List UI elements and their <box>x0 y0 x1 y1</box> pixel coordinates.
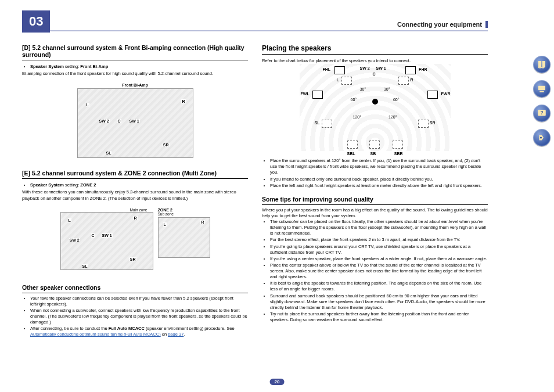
page-number: 20 <box>270 379 285 385</box>
section-d-title: [D] 5.2 channel surround system & Front … <box>22 44 248 60</box>
diagram-d: Front Bi-Amp L R C SW 1 SW 2 SL SR <box>22 77 248 164</box>
placement-diagram: FHL FHR SW 2 SW 1 C L R FWL FWR SL SR SB… <box>300 64 451 151</box>
section-d-setting: Speaker System setting: Front Bi-Amp <box>30 64 248 70</box>
book-icon[interactable] <box>533 56 551 73</box>
speaker-icon[interactable] <box>533 129 551 146</box>
diagram-e: Main zone L R C SW 1 SW 2 SL SR ZONE 2 <box>22 202 248 277</box>
help-icon[interactable]: ? <box>533 105 551 122</box>
right-column: Placing the speakers Refer to the chart … <box>262 38 488 339</box>
other-list: Your favorite speaker connections can be… <box>22 296 248 338</box>
section-header: Connecting your equipment <box>397 21 488 28</box>
tips-title: Some tips for improving sound quality <box>262 196 488 205</box>
svg-rect-1 <box>539 91 544 92</box>
svg-rect-0 <box>538 86 545 91</box>
section-e-setting: Speaker System setting: ZONE 2 <box>30 182 248 188</box>
section-e-desc: With these connections you can simultane… <box>22 189 248 201</box>
other-title: Other speaker connections <box>22 284 248 293</box>
left-column: [D] 5.2 channel surround system & Front … <box>22 38 248 339</box>
device-icon[interactable] <box>533 80 551 98</box>
placing-notes: Place the surround speakers at 120° from… <box>262 158 488 189</box>
section-e-title: [E] 5.2 channel surround system & ZONE 2… <box>22 170 248 179</box>
placing-desc: Refer to the chart below for placement o… <box>262 58 488 64</box>
placing-title: Placing the speakers <box>262 44 488 55</box>
svg-text:?: ? <box>540 110 543 116</box>
tips-list: The subwoofer can be placed on the floor… <box>262 219 488 323</box>
section-d-desc: Bi-amping connection of the front speake… <box>22 71 248 77</box>
chapter-number: 03 <box>22 10 50 33</box>
tips-intro: Where you put your speakers in the room … <box>262 207 488 219</box>
svg-point-4 <box>540 137 542 139</box>
